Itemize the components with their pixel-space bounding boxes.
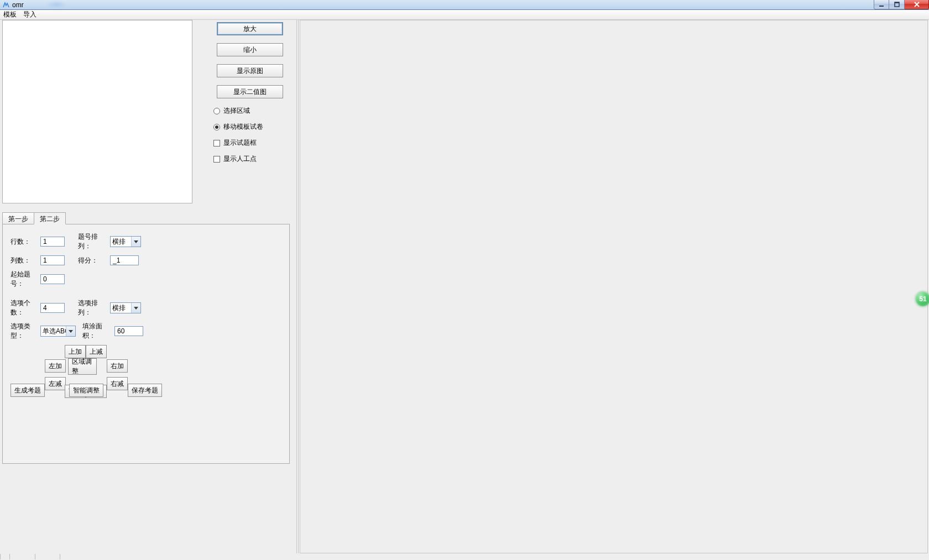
title-smudge [46, 1, 66, 8]
option-order-value: 横排 [112, 303, 126, 313]
start-question-label: 起始题号： [11, 270, 40, 289]
menu-template[interactable]: 模板 [3, 10, 17, 19]
option-type-label: 选项类型： [11, 322, 40, 341]
svg-rect-0 [879, 6, 884, 7]
fill-area-input[interactable] [114, 326, 143, 336]
adjust-center-button[interactable]: 区域调整 [68, 358, 97, 375]
status-bar [0, 553, 929, 560]
app-icon [2, 1, 10, 9]
option-order-label: 选项排列： [78, 299, 110, 317]
close-button[interactable] [905, 0, 929, 9]
checkbox-show-manual-points[interactable] [213, 156, 220, 163]
workspace: 放大 缩小 显示原图 显示二值图 选择区域 移动模板试卷 显示试题框 显示人工点… [0, 20, 929, 553]
radio-move-template-row[interactable]: 移动模板试卷 [213, 122, 289, 132]
generate-questions-button[interactable]: 生成考题 [11, 384, 45, 397]
minimize-button[interactable] [874, 0, 889, 9]
tab-body-step2: 行数： 题号排列： 横排 列数： 得分： 起始题号： 选项个数： [2, 224, 290, 464]
checkbox-show-manual-points-label: 显示人工点 [223, 154, 257, 164]
checkbox-show-question-box[interactable] [213, 140, 220, 146]
question-order-combo[interactable]: 横排 [110, 236, 141, 247]
checkbox-show-question-box-label: 显示试题框 [223, 138, 257, 148]
minimize-icon [879, 2, 884, 7]
menu-bar: 模板 导入 [0, 10, 929, 20]
maximize-icon [894, 2, 900, 7]
question-order-label: 题号排列： [78, 232, 110, 251]
show-original-button[interactable]: 显示原图 [217, 64, 283, 77]
tab-strip: 第一步 第二步 [2, 212, 290, 224]
option-type-combo[interactable]: 单选ABC [40, 326, 76, 337]
radio-select-area[interactable] [213, 108, 220, 114]
show-original-label: 显示原图 [237, 66, 263, 76]
radio-select-area-row[interactable]: 选择区域 [213, 106, 289, 116]
tab-step2[interactable]: 第二步 [34, 212, 66, 224]
tool-column: 放大 缩小 显示原图 显示二值图 选择区域 移动模板试卷 显示试题框 显示人工点 [211, 20, 289, 170]
zoom-in-label: 放大 [243, 24, 257, 34]
step-tab-panel: 第一步 第二步 行数： 题号排列： 横排 列数： 得分： 起始题号： [2, 212, 290, 464]
zoom-in-button[interactable]: 放大 [217, 22, 283, 35]
rows-input[interactable] [40, 237, 65, 247]
radio-move-template-label: 移动模板试卷 [223, 122, 263, 132]
close-icon [914, 2, 920, 7]
checkbox-show-question-box-row[interactable]: 显示试题框 [213, 138, 289, 148]
option-order-combo[interactable]: 横排 [110, 302, 141, 313]
fill-area-label: 填涂面积： [82, 322, 114, 341]
chevron-down-icon [131, 303, 140, 313]
window-titlebar: omr [0, 0, 929, 10]
cols-input[interactable] [40, 255, 65, 265]
start-question-input[interactable] [40, 274, 65, 284]
smart-adjust-button[interactable]: 智能调整 [69, 384, 103, 397]
adjust-top-sub-button[interactable]: 上减 [86, 345, 107, 358]
svg-rect-2 [895, 2, 899, 3]
floating-badge-value: 51 [919, 295, 926, 303]
cols-label: 列数： [11, 256, 40, 265]
action-row: 生成考题 智能调整 保存考题 [11, 384, 162, 397]
score-label: 得分： [78, 256, 110, 265]
preview-thumbnail-area [2, 20, 192, 203]
option-count-label: 选项个数： [11, 299, 40, 317]
adjust-right-add-button[interactable]: 右加 [107, 359, 128, 373]
adjust-left-add-button[interactable]: 左加 [45, 359, 66, 373]
option-count-input[interactable] [40, 303, 65, 313]
maximize-button[interactable] [889, 0, 905, 9]
window-controls [874, 0, 929, 9]
main-canvas-area[interactable] [300, 20, 928, 553]
radio-move-template[interactable] [213, 124, 220, 130]
question-order-value: 横排 [112, 237, 126, 247]
tab-step1[interactable]: 第一步 [2, 212, 34, 224]
checkbox-show-manual-points-row[interactable]: 显示人工点 [213, 154, 289, 164]
menu-import[interactable]: 导入 [23, 10, 36, 19]
window-title: omr [12, 1, 24, 9]
rows-label: 行数： [11, 237, 40, 247]
zoom-out-button[interactable]: 缩小 [217, 43, 283, 56]
show-binary-button[interactable]: 显示二值图 [217, 85, 283, 98]
score-input[interactable] [110, 255, 139, 265]
radio-select-area-label: 选择区域 [223, 106, 250, 116]
vertical-splitter[interactable] [296, 20, 299, 553]
save-questions-button[interactable]: 保存考题 [128, 384, 162, 397]
adjust-top-add-button[interactable]: 上加 [65, 345, 86, 358]
zoom-out-label: 缩小 [243, 45, 257, 55]
floating-badge[interactable]: 51 [916, 292, 929, 306]
show-binary-label: 显示二值图 [233, 87, 267, 97]
chevron-down-icon [66, 326, 75, 336]
chevron-down-icon [131, 237, 140, 247]
